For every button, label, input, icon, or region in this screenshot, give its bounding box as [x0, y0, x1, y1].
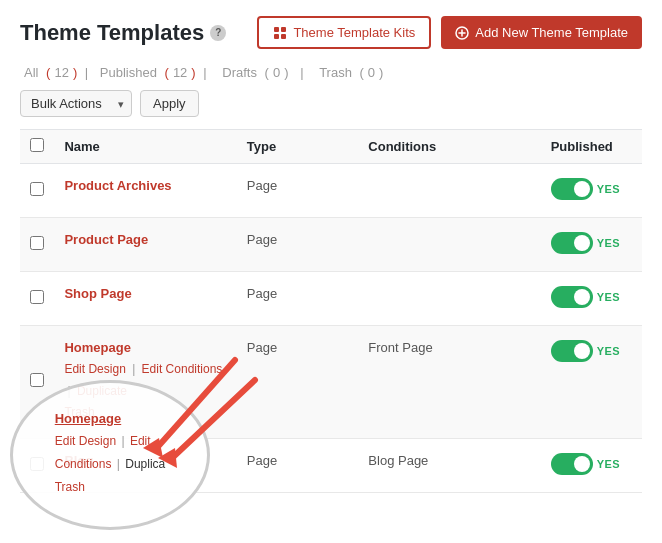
toggle-container: YES	[551, 453, 621, 475]
duplicate-text-circle: Duplica	[125, 457, 165, 471]
add-icon	[455, 26, 469, 40]
svg-rect-1	[281, 27, 286, 32]
select-all-checkbox[interactable]	[30, 138, 44, 152]
edit-conditions-link[interactable]: Edit Conditions	[142, 362, 223, 376]
row-published-cell: YES	[541, 218, 642, 272]
row-type-cell: Page	[237, 218, 359, 272]
homepage-link-circle[interactable]: Homepage	[55, 411, 166, 426]
toggle-switch[interactable]	[551, 232, 593, 254]
row-type-cell: Page	[237, 272, 359, 326]
row-published-cell: YES	[541, 164, 642, 218]
row-checkbox[interactable]	[30, 290, 44, 304]
svg-rect-3	[281, 34, 286, 39]
filter-drafts: Drafts (0)	[218, 65, 292, 80]
row-name-cell: Product Archives	[54, 164, 236, 218]
trash-link-circle[interactable]: Trash	[55, 480, 85, 494]
edit-design-link[interactable]: Edit Design	[64, 362, 125, 376]
row-checkbox[interactable]	[30, 373, 44, 387]
bulk-actions-row: Bulk Actions Delete Apply	[20, 90, 642, 117]
header-conditions: Conditions	[358, 130, 540, 164]
row-conditions-cell	[358, 218, 540, 272]
apply-button[interactable]: Apply	[140, 90, 199, 117]
row-name-cell: Shop Page	[54, 272, 236, 326]
toggle-switch[interactable]	[551, 286, 593, 308]
table-header-row: Name Type Conditions Published	[20, 130, 642, 164]
header-name: Name	[54, 130, 236, 164]
page-title: Theme Templates ?	[20, 20, 226, 46]
row-conditions-cell	[358, 272, 540, 326]
row-checkbox[interactable]	[30, 236, 44, 250]
header-type: Type	[237, 130, 359, 164]
toggle-container: YES	[551, 286, 621, 308]
bulk-actions-select-wrapper: Bulk Actions Delete	[20, 90, 132, 117]
row-conditions-cell: Front Page	[358, 326, 540, 439]
toggle-label: YES	[597, 237, 621, 249]
toggle-container: YES	[551, 232, 621, 254]
circle-row-actions: Edit Design | Edit Conditions | Duplica …	[55, 430, 166, 498]
table-row: Product Page Page YES	[20, 218, 642, 272]
toggle-switch[interactable]	[551, 178, 593, 200]
row-checkbox-cell	[20, 218, 54, 272]
row-type-cell: Page	[237, 164, 359, 218]
toggle-label: YES	[597, 183, 621, 195]
filter-bar: All (12) | Published (12) | Drafts (0) |…	[20, 65, 642, 80]
circle-highlight: Homepage Edit Design | Edit Conditions |…	[10, 380, 210, 530]
toggle-switch[interactable]	[551, 340, 593, 362]
help-icon[interactable]: ?	[210, 25, 226, 41]
row-published-cell: YES	[541, 272, 642, 326]
edit-conditions-link-circle[interactable]: Edit	[130, 434, 151, 448]
row-published-cell: YES	[541, 326, 642, 439]
row-conditions-cell	[358, 164, 540, 218]
toggle-label: YES	[597, 458, 621, 470]
toggle-container: YES	[551, 178, 621, 200]
add-new-template-button[interactable]: Add New Theme Template	[441, 16, 642, 49]
kits-icon	[273, 26, 287, 40]
row-checkbox[interactable]	[30, 182, 44, 196]
svg-rect-0	[274, 27, 279, 32]
filter-published[interactable]: Published (12)	[96, 65, 199, 80]
table-row: Shop Page Page YES	[20, 272, 642, 326]
table-row: Product Archives Page YES	[20, 164, 642, 218]
row-published-cell: YES	[541, 438, 642, 492]
circle-content: Homepage Edit Design | Edit Conditions |…	[39, 401, 182, 508]
header-buttons: Theme Template Kits Add New Theme Templa…	[257, 16, 642, 49]
theme-template-kits-button[interactable]: Theme Template Kits	[257, 16, 431, 49]
conditions-link-circle[interactable]: Conditions	[55, 457, 112, 471]
page-wrapper: Theme Templates ? Theme Template Kits	[0, 0, 662, 543]
title-text: Theme Templates	[20, 20, 204, 46]
row-type-cell: Page	[237, 326, 359, 439]
header-published: Published	[541, 130, 642, 164]
row-name-cell: Product Page	[54, 218, 236, 272]
page-header: Theme Templates ? Theme Template Kits	[20, 16, 642, 49]
header-checkbox	[20, 130, 54, 164]
toggle-container: YES	[551, 340, 621, 362]
row-conditions-cell: Blog Page	[358, 438, 540, 492]
filter-all[interactable]: All (12)	[20, 65, 81, 80]
edit-design-link-circle[interactable]: Edit Design	[55, 434, 116, 448]
toggle-switch[interactable]	[551, 453, 593, 475]
template-name-link[interactable]: Homepage	[64, 340, 226, 355]
toggle-label: YES	[597, 345, 621, 357]
bulk-actions-select[interactable]: Bulk Actions Delete	[20, 90, 132, 117]
toggle-label: YES	[597, 291, 621, 303]
row-type-cell: Page	[237, 438, 359, 492]
template-name-link[interactable]: Product Archives	[64, 178, 226, 193]
template-name-link[interactable]: Shop Page	[64, 286, 226, 301]
row-checkbox-cell	[20, 164, 54, 218]
template-name-link[interactable]: Product Page	[64, 232, 226, 247]
row-checkbox-cell	[20, 272, 54, 326]
svg-rect-2	[274, 34, 279, 39]
filter-trash: Trash (0)	[315, 65, 383, 80]
